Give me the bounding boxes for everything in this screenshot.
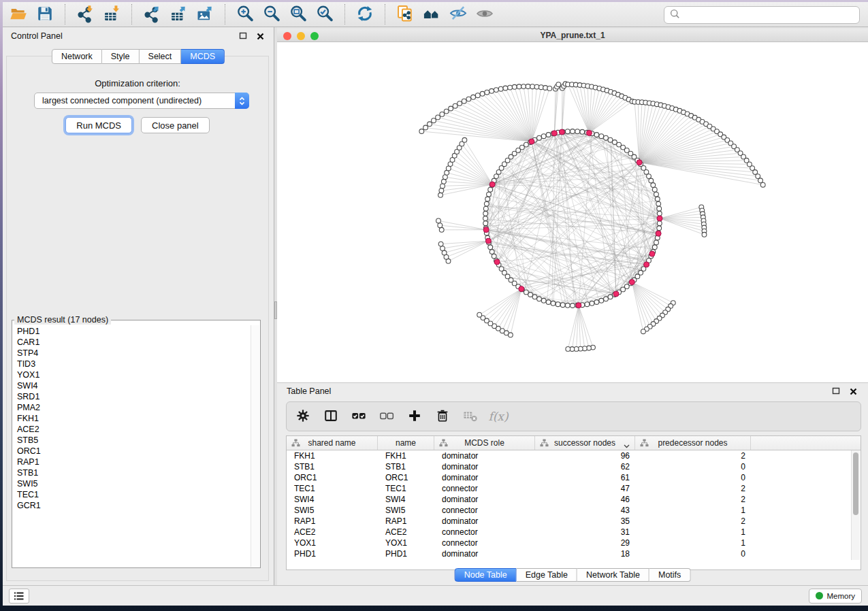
tab-edge-table[interactable]: Edge Table	[517, 568, 577, 582]
refresh-layout-button[interactable]	[353, 3, 376, 25]
cell-mcds-role[interactable]: dominator	[434, 516, 535, 527]
zoom-fit-button[interactable]	[287, 3, 310, 25]
cell-predecessor-nodes[interactable]: 2	[635, 494, 751, 505]
tab-network[interactable]: Network	[52, 49, 102, 64]
tab-node-table[interactable]: Node Table	[455, 568, 517, 582]
first-neighbors-button[interactable]	[420, 3, 443, 25]
import-network-button[interactable]	[74, 3, 97, 25]
mcds-list-scrollbar[interactable]	[251, 325, 259, 567]
table-row[interactable]: SWI4SWI4dominator462	[287, 494, 861, 505]
cell-mcds-role[interactable]: connector	[434, 483, 535, 494]
table-row[interactable]: FKH1FKH1dominator962	[287, 450, 861, 461]
mcds-result-item[interactable]: ORC1	[13, 446, 251, 457]
cell-shared-name[interactable]: ACE2	[287, 527, 378, 538]
mcds-result-item[interactable]: FKH1	[13, 413, 251, 424]
mcds-result-item[interactable]: STB5	[13, 435, 251, 446]
export-table-button[interactable]	[167, 3, 190, 25]
table-row[interactable]: YOX1YOX1connector291	[287, 538, 861, 548]
column-header-MCDS-role[interactable]: MCDS role	[434, 436, 535, 450]
cell-successor-nodes[interactable]: 18	[535, 548, 635, 559]
network-canvas[interactable]	[277, 42, 868, 382]
cell-shared-name[interactable]: SWI4	[287, 494, 378, 505]
cell-mcds-role[interactable]: connector	[434, 527, 535, 538]
table-row[interactable]: PHD1PHD1dominator180	[287, 548, 861, 559]
cell-successor-nodes[interactable]: 96	[535, 450, 635, 461]
cell-successor-nodes[interactable]: 61	[535, 472, 635, 483]
table-row[interactable]: SWI5SWI5connector431	[287, 505, 861, 516]
table-row[interactable]: STB1STB1dominator620	[287, 461, 861, 472]
cell-shared-name[interactable]: STB1	[287, 461, 378, 472]
cell-name[interactable]: STB1	[378, 461, 434, 472]
new-network-from-selection-button[interactable]	[393, 3, 417, 25]
cell-mcds-role[interactable]: dominator	[434, 472, 535, 483]
cell-shared-name[interactable]: TEC1	[287, 483, 378, 494]
cell-predecessor-nodes[interactable]: 1	[635, 538, 751, 548]
zoom-out-button[interactable]	[260, 3, 283, 25]
cell-successor-nodes[interactable]: 31	[535, 527, 635, 538]
tab-network-table[interactable]: Network Table	[577, 568, 649, 582]
tab-style[interactable]: Style	[102, 49, 140, 64]
export-network-button[interactable]	[140, 3, 163, 25]
tab-select[interactable]: Select	[140, 49, 182, 64]
mcds-result-item[interactable]: SWI5	[13, 478, 251, 489]
cell-mcds-role[interactable]: dominator	[434, 461, 535, 472]
cell-shared-name[interactable]: RAP1	[287, 516, 378, 527]
tab-motifs[interactable]: Motifs	[649, 568, 690, 582]
float-control-panel-button[interactable]	[238, 31, 248, 42]
cell-mcds-role[interactable]: connector	[434, 538, 535, 548]
hide-selected-button[interactable]	[447, 3, 470, 25]
table-row[interactable]: RAP1RAP1dominator352	[287, 516, 861, 527]
close-control-panel-button[interactable]	[255, 31, 266, 42]
mcds-result-item[interactable]: STB1	[13, 467, 251, 478]
cell-name[interactable]: ORC1	[378, 472, 434, 483]
cell-predecessor-nodes[interactable]: 0	[635, 461, 751, 472]
close-table-panel-button[interactable]	[848, 386, 858, 397]
cell-predecessor-nodes[interactable]: 2	[635, 516, 751, 527]
table-settings-button[interactable]	[292, 404, 314, 429]
cell-shared-name[interactable]: YOX1	[287, 538, 378, 548]
column-header-successor-nodes[interactable]: successor nodes	[535, 436, 635, 450]
add-column-button[interactable]	[404, 404, 425, 429]
zoom-selected-button[interactable]	[313, 3, 336, 25]
cell-successor-nodes[interactable]: 46	[535, 494, 635, 505]
cell-shared-name[interactable]: PHD1	[287, 548, 378, 559]
table-row[interactable]: ORC1ORC1dominator610	[287, 472, 861, 483]
delete-column-button[interactable]	[432, 404, 453, 429]
save-session-button[interactable]	[33, 3, 57, 25]
float-table-panel-button[interactable]	[831, 386, 841, 397]
import-table-button[interactable]	[100, 3, 123, 25]
deselect-all-checkboxes-button[interactable]	[376, 404, 398, 429]
cell-shared-name[interactable]: SWI5	[287, 505, 378, 516]
mcds-result-item[interactable]: TEC1	[13, 489, 251, 500]
cell-name[interactable]: RAP1	[378, 516, 434, 527]
maximize-window-button[interactable]	[310, 32, 319, 40]
search-input[interactable]	[684, 8, 854, 22]
mcds-result-item[interactable]: YOX1	[13, 369, 251, 380]
cell-mcds-role[interactable]: connector	[434, 505, 535, 516]
open-file-button[interactable]	[7, 3, 30, 25]
cell-predecessor-nodes[interactable]: 2	[635, 483, 751, 494]
cell-predecessor-nodes[interactable]: 1	[635, 505, 751, 516]
cell-predecessor-nodes[interactable]: 0	[635, 472, 751, 483]
column-header-predecessor-nodes[interactable]: predecessor nodes	[635, 436, 751, 450]
mcds-result-item[interactable]: CAR1	[13, 337, 251, 348]
cell-successor-nodes[interactable]: 43	[535, 505, 635, 516]
table-row[interactable]: ACE2ACE2connector311	[287, 527, 861, 538]
cell-successor-nodes[interactable]: 47	[535, 483, 635, 494]
cell-name[interactable]: FKH1	[378, 450, 434, 461]
mcds-result-item[interactable]: GCR1	[13, 500, 251, 511]
run-mcds-button[interactable]: Run MCDS	[65, 117, 132, 133]
task-history-button[interactable]	[9, 589, 29, 604]
column-header-name[interactable]: name	[378, 436, 434, 450]
cell-successor-nodes[interactable]: 29	[535, 538, 635, 548]
cell-name[interactable]: ACE2	[378, 527, 434, 538]
tab-mcds[interactable]: MCDS	[181, 49, 225, 64]
mcds-result-item[interactable]: STP4	[13, 348, 251, 359]
close-mcds-panel-button[interactable]: Close panel	[141, 117, 210, 133]
mcds-result-item[interactable]: TID3	[13, 359, 251, 369]
mcds-result-item[interactable]: ACE2	[13, 424, 251, 435]
table-vertical-scrollbar[interactable]	[853, 452, 858, 515]
cell-successor-nodes[interactable]: 35	[535, 516, 635, 527]
mcds-result-item[interactable]: SRD1	[13, 391, 251, 402]
cell-name[interactable]: SWI4	[378, 494, 434, 505]
